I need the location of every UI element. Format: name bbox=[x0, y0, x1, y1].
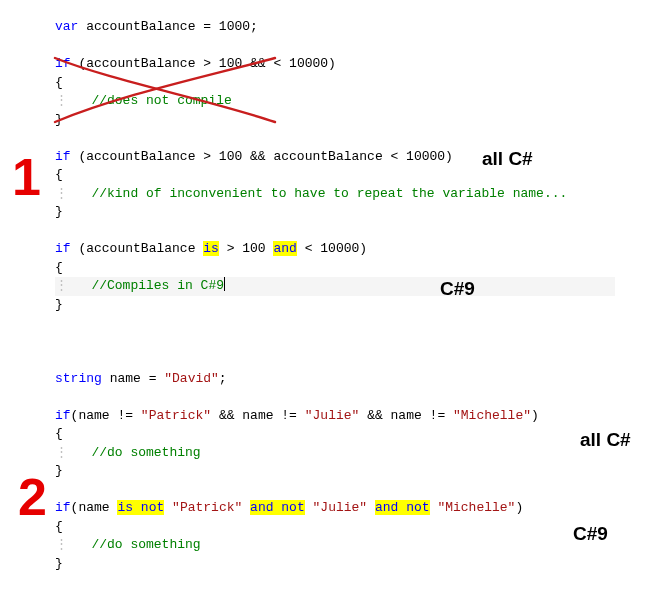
text-caret bbox=[224, 277, 225, 291]
example-number-1: 1 bbox=[12, 140, 41, 215]
annotation-all-csharp-2: all C# bbox=[580, 426, 631, 454]
example-number-2: 2 bbox=[18, 460, 47, 535]
code-area: var accountBalance = 1000; if (accountBa… bbox=[55, 18, 615, 573]
code-line: { bbox=[55, 259, 615, 278]
code-line: if(name is not "Patrick" and not "Julie"… bbox=[55, 499, 615, 518]
code-line: } bbox=[55, 462, 615, 481]
code-line: } bbox=[55, 555, 615, 574]
code-line: } bbox=[55, 111, 615, 130]
code-line: string name = "David"; bbox=[55, 370, 615, 389]
code-line-current: ⋮ //Compiles in C#9 bbox=[55, 277, 615, 296]
code-line: ⋮ //do something bbox=[55, 444, 615, 463]
code-line: ⋮ //does not compile bbox=[55, 92, 615, 111]
code-line: } bbox=[55, 203, 615, 222]
code-line: { bbox=[55, 518, 615, 537]
annotation-csharp9-2: C#9 bbox=[573, 520, 608, 548]
annotation-csharp9-1: C#9 bbox=[440, 275, 475, 303]
code-line: { bbox=[55, 425, 615, 444]
code-line: if (accountBalance > 100 && < 10000) bbox=[55, 55, 615, 74]
code-line: ⋮ //do something bbox=[55, 536, 615, 555]
code-line: if(name != "Patrick" && name != "Julie" … bbox=[55, 407, 615, 426]
code-line: if (accountBalance is > 100 and < 10000) bbox=[55, 240, 615, 259]
code-line: ⋮ //kind of inconvenient to have to repe… bbox=[55, 185, 615, 204]
annotation-all-csharp-1: all C# bbox=[482, 145, 533, 173]
code-line: var accountBalance = 1000; bbox=[55, 18, 615, 37]
code-line: } bbox=[55, 296, 615, 315]
code-line: { bbox=[55, 74, 615, 93]
